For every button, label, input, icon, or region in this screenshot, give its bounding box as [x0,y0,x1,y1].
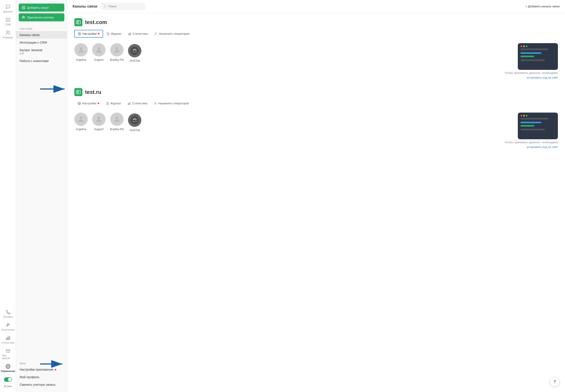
add-channels-link[interactable]: + Добавить каналы связи [525,5,560,8]
dot-red [521,45,522,47]
svg-rect-6 [6,338,7,340]
my-section-label: МОИ [16,360,67,366]
add-channel-button[interactable]: Добавить канал [19,3,64,12]
search-icon [104,5,106,8]
operator-name-jivochat-testru: JivoChat [130,129,140,132]
install-code-testru: Чтобы принимать диалоги, необходимо уста… [505,112,558,149]
online-toggle-switch[interactable] [4,377,12,382]
dot-yellow-2 [523,115,525,117]
operator-jivochat-testcom[interactable]: JivoChat [128,44,141,62]
svg-rect-17 [130,33,131,35]
operator-icon [154,32,157,35]
avatar-bradley-testcom [110,43,124,56]
nav-item-stats[interactable]: Статистика [1,334,15,346]
operator-bradley-testcom[interactable]: Bradley Pitt [110,43,124,62]
channel-name-testru: test.ru [85,89,101,95]
widget-line-3 [521,56,534,57]
online-label: В сети [4,385,12,389]
sidebar-item-crm-integration[interactable]: Интеграции с CRM [16,39,67,46]
sidebar-action-buttons: Добавить канал Пригласить коллегу [16,3,67,25]
svg-point-33 [98,117,100,119]
operator-angelina-testru[interactable]: Angelina [74,112,88,132]
nav-item-crm[interactable]: CRM [1,15,15,28]
sidebar: Добавить канал Пригласить коллегу СИСТЕМ… [16,0,67,392]
svg-rect-7 [8,337,8,340]
dot-red-2 [521,115,522,117]
tab-testru-operators[interactable]: Назначить операторов [150,100,192,107]
widget-line-6 [521,122,541,123]
svg-point-20 [98,47,100,50]
svg-rect-28 [128,103,129,105]
operator-angelina-testcom[interactable]: Angelina [74,43,88,62]
settings-icon [78,32,81,35]
widget-line-8 [521,129,545,130]
install-link-testru[interactable]: установить код на сайт [527,145,558,149]
nav-item-manage[interactable]: Управление [1,362,15,374]
operator-icon-2 [154,102,157,105]
svg-point-31 [155,102,156,103]
tab-testcom-stats[interactable]: Статистика [125,30,151,37]
operator-jivochat-testru[interactable]: JivoChat [128,113,141,132]
operator-bradley-testru[interactable]: Bradley Pitt [110,112,124,132]
sidebar-item-balance[interactable]: Баланс звонков 0 ₽ [16,46,67,57]
svg-point-23 [133,49,134,51]
avatar-bradley-testru [110,112,124,126]
search-box[interactable] [101,3,145,10]
operator-name-bradley-testru: Bradley Pitt [110,128,124,131]
svg-point-11 [22,16,24,17]
operator-name-support-testcom: Support [94,58,103,61]
search-input[interactable] [108,5,143,8]
nav-item-team[interactable]: Команда [1,28,15,41]
svg-point-3 [8,324,9,325]
dot-green [526,45,528,47]
widget-dots-2 [521,115,555,117]
sidebar-item-switch-account[interactable]: Сменить учетную запись [16,381,67,389]
invite-colleague-button[interactable]: Пригласить коллегу [19,13,64,21]
tab-testcom-journal[interactable]: Журнал [103,30,125,37]
svg-rect-16 [129,33,130,35]
tab-testcom-settings[interactable]: Настройки [74,30,103,38]
avatar-jivochat-testcom [128,44,141,57]
journal-icon [106,32,110,35]
channel-tabs-testcom: Настройки Журнал Статистика Назначить оп… [74,30,558,38]
svg-point-14 [79,33,80,34]
dot-yellow [523,45,525,47]
header-left: Каналы связи [72,3,145,10]
nav-item-pro[interactable]: Про-версия [1,347,15,361]
sidebar-item-my-profile[interactable]: Мой профиль [16,373,67,381]
svg-point-36 [133,119,134,120]
system-section-label: СИСТЕМА [16,25,67,31]
nav-item-phone[interactable]: Телефон [1,308,15,320]
nav-item-dialogs[interactable]: Диалоги [1,3,15,15]
widget-line-7 [521,125,534,126]
content-area: test.com Настройки Журнал Статистика [67,13,565,392]
operator-name-bradley-testcom: Bradley Pitt [110,58,124,61]
nav-item-visitors[interactable]: Посетители [1,321,15,333]
channel-section-testcom: test.com Настройки Журнал Статистика [74,18,558,79]
help-button[interactable]: ? [550,377,560,387]
operator-support-testcom[interactable]: Support [92,43,105,62]
svg-point-5 [7,325,8,326]
sidebar-item-channels[interactable]: Каналы связи [16,31,67,39]
dot-green-2 [526,115,528,117]
avatar-angelina-testcom [74,43,88,56]
operator-support-testru[interactable]: Support [92,112,105,132]
svg-point-21 [116,47,118,50]
stats-icon-2 [128,102,131,105]
sidebar-item-app-settings[interactable]: Настройки приложения [16,366,67,373]
channel-name-testcom: test.com [85,19,107,25]
svg-point-37 [134,118,135,119]
svg-point-35 [131,116,139,124]
tab-testcom-operators[interactable]: Назначить операторов [151,30,193,37]
sidebar-item-clients[interactable]: Работа с клиентами [16,57,67,65]
svg-point-2 [7,323,8,324]
tab-testru-stats[interactable]: Статистика [124,100,150,107]
widget-line-4 [521,59,545,61]
nav-bar: Диалоги CRM Команда Телефон Посетители С… [0,0,16,392]
tab-testru-journal[interactable]: Журнал [103,100,124,107]
tab-testru-settings[interactable]: Настройки [74,100,103,107]
channel-body-testcom: Angelina Support Bradley Pitt [74,43,558,79]
app-settings-dot [55,369,56,370]
operator-name-jivochat-testcom: JivoChat [130,59,140,62]
install-link-testcom[interactable]: установить код на сайт [527,76,558,79]
